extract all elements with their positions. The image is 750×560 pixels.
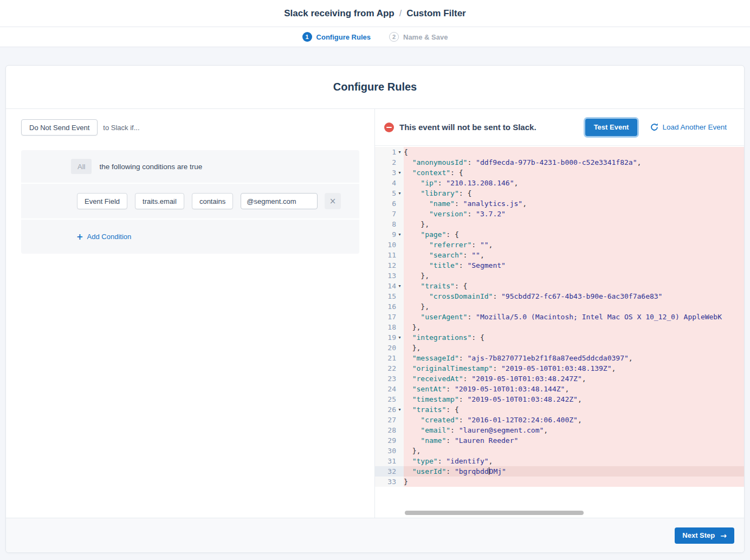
code-line[interactable]: }, — [404, 271, 744, 281]
code-line[interactable]: }, — [404, 446, 744, 456]
code-line[interactable]: "name": "Lauren Reeder" — [404, 435, 744, 446]
breadcrumb-source[interactable]: Slack receiving from App — [284, 8, 394, 19]
line-number: 12 — [387, 261, 396, 269]
line-number: 14 — [387, 282, 396, 290]
gutter-line: 16 — [375, 301, 404, 312]
condition-type-select[interactable]: Event Field — [77, 193, 127, 209]
line-number: 3 — [392, 169, 396, 177]
code-line[interactable]: "page": { — [404, 229, 744, 240]
gutter-line: 21 — [375, 353, 404, 363]
code-line[interactable]: "crossDomainId": "95cbdd72-fc67-4b43-b90… — [404, 291, 744, 301]
remove-condition-button[interactable]: × — [325, 193, 341, 209]
operator-all-chip[interactable]: All — [71, 159, 92, 174]
next-step-button[interactable]: Next Step → — [675, 527, 734, 544]
code-line[interactable]: "messageId": "ajs-7b8270771eb2f1f8a87eed… — [404, 353, 744, 363]
filter-action-button[interactable]: Do Not Send Event — [21, 119, 98, 136]
code-line[interactable]: "originalTimestamp": "2019-05-10T01:03:4… — [404, 363, 744, 374]
fold-arrow-icon[interactable]: ▾ — [396, 407, 403, 412]
code-line[interactable]: "type": "identify", — [404, 456, 744, 466]
load-another-event-button[interactable]: Load Another Event — [650, 123, 727, 131]
gutter-line: 7 — [375, 209, 404, 219]
json-editor[interactable]: 1▾23▾45▾6789▾1011121314▾1516171819▾20212… — [375, 146, 744, 518]
code-line[interactable]: "receivedAt": "2019-05-10T01:03:48.247Z"… — [404, 374, 744, 384]
breadcrumb-separator: / — [399, 9, 402, 18]
gutter-line: 3▾ — [375, 168, 404, 178]
gutter-line: 19▾ — [375, 332, 404, 343]
code-line[interactable]: "search": "", — [404, 250, 744, 260]
fold-arrow-icon[interactable]: ▾ — [396, 335, 403, 340]
fold-arrow-icon[interactable]: ▾ — [396, 191, 403, 196]
gutter-line: 11 — [375, 250, 404, 260]
code-line[interactable]: "version": "3.7.2" — [404, 209, 744, 219]
gutter-line: 17 — [375, 312, 404, 322]
line-number: 16 — [387, 302, 396, 311]
editor-gutter: 1▾23▾45▾6789▾1011121314▾1516171819▾20212… — [375, 146, 404, 518]
code-line[interactable]: "traits": { — [404, 404, 744, 415]
code-line[interactable]: } — [404, 477, 744, 487]
condition-value-input[interactable] — [241, 193, 318, 209]
line-number: 5 — [392, 189, 396, 197]
gutter-line: 33 — [375, 477, 404, 487]
step-2-circle: 2 — [389, 32, 399, 42]
fold-arrow-icon[interactable]: ▾ — [396, 150, 403, 155]
code-line[interactable]: "userAgent": "Mozilla/5.0 (Macintosh; In… — [404, 312, 744, 322]
line-number: 26 — [387, 405, 396, 414]
line-number: 22 — [387, 364, 396, 372]
code-line[interactable]: "name": "analytics.js", — [404, 198, 744, 209]
line-number: 9 — [392, 230, 396, 239]
gutter-line: 15 — [375, 291, 404, 301]
condition-group: All the following conditions are true Ev… — [21, 150, 359, 254]
gutter-line: 12 — [375, 260, 404, 271]
code-line[interactable]: "timestamp": "2019-05-10T01:03:48.242Z", — [404, 394, 744, 404]
step-1-circle: 1 — [302, 32, 312, 42]
code-line[interactable]: "context": { — [404, 168, 744, 178]
gutter-line: 14▾ — [375, 281, 404, 291]
plus-icon: + — [76, 232, 83, 242]
line-number: 7 — [392, 210, 396, 218]
code-line[interactable]: "referrer": "", — [404, 240, 744, 250]
condition-operator-select[interactable]: contains — [192, 193, 233, 209]
horizontal-scrollbar[interactable] — [405, 511, 584, 515]
gutter-line: 23 — [375, 374, 404, 384]
gutter-line: 13 — [375, 271, 404, 281]
gutter-line: 24 — [375, 384, 404, 394]
code-line[interactable]: "created": "2016-01-12T02:24:06.400Z", — [404, 415, 744, 425]
code-line[interactable]: }, — [404, 301, 744, 312]
code-line[interactable]: "title": "Segment" — [404, 260, 744, 271]
line-number: 20 — [387, 344, 396, 352]
gutter-line: 6 — [375, 198, 404, 209]
condition-field-select[interactable]: traits.email — [135, 193, 184, 209]
step-name-save[interactable]: 2 Name & Save — [389, 32, 448, 42]
code-line[interactable]: }, — [404, 343, 744, 353]
code-line[interactable]: "integrations": { — [404, 332, 744, 343]
line-number: 17 — [387, 313, 396, 321]
code-line[interactable]: "anonymousId": "ddf9ecda-977b-4231-b000-… — [404, 157, 744, 168]
step-configure-rules[interactable]: 1 Configure Rules — [302, 32, 371, 42]
gutter-line: 1▾ — [375, 147, 404, 157]
fold-arrow-icon[interactable]: ▾ — [396, 284, 403, 288]
code-line[interactable]: "sentAt": "2019-05-10T01:03:48.144Z", — [404, 384, 744, 394]
code-line[interactable]: "email": "lauren@segment.com", — [404, 425, 744, 435]
code-line[interactable]: }, — [404, 322, 744, 332]
line-number: 24 — [387, 385, 396, 393]
gutter-line: 28 — [375, 425, 404, 435]
fold-arrow-icon[interactable]: ▾ — [396, 232, 403, 237]
code-line[interactable]: }, — [404, 219, 744, 229]
editor-code[interactable]: { "anonymousId": "ddf9ecda-977b-4231-b00… — [404, 146, 744, 518]
line-number: 18 — [387, 323, 396, 331]
code-line[interactable]: "userId": "bgrqbddDMj" — [404, 466, 744, 477]
code-line[interactable]: "library": { — [404, 188, 744, 198]
fold-arrow-icon[interactable]: ▾ — [396, 170, 403, 175]
add-condition-button[interactable]: + Add Condition — [76, 232, 131, 242]
line-number: 4 — [392, 179, 396, 187]
test-event-button[interactable]: Test Event — [585, 119, 638, 136]
gutter-line: 4 — [375, 178, 404, 188]
operator-row: All the following conditions are true — [21, 150, 359, 184]
preview-status-text: This event will not be sent to Slack. — [399, 123, 536, 132]
code-line[interactable]: "ip": "210.13.208.146", — [404, 178, 744, 188]
code-line[interactable]: "traits": { — [404, 281, 744, 291]
code-line[interactable]: { — [404, 147, 744, 157]
page-title: Configure Rules — [6, 66, 744, 109]
gutter-line: 2 — [375, 157, 404, 168]
line-number: 30 — [387, 447, 396, 455]
